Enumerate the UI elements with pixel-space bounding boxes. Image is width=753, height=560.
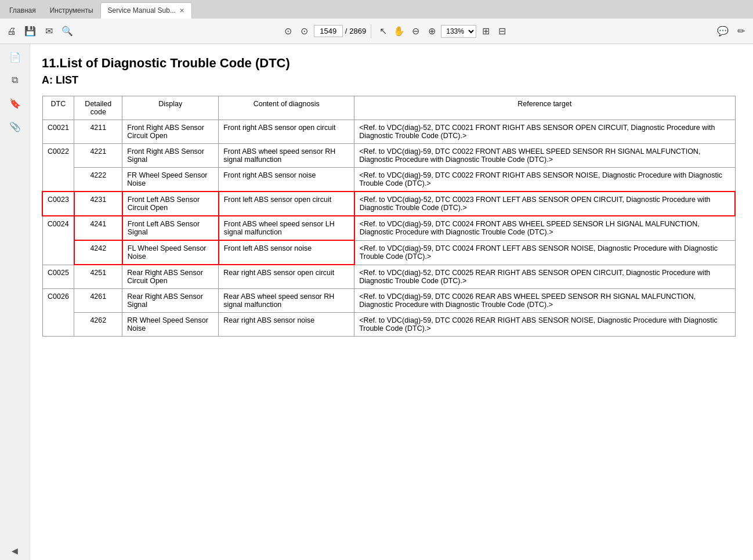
table-row: 4222FR Wheel Speed Sensor NoiseFront rig… — [42, 168, 735, 192]
cell-dtc: C0024 — [42, 216, 74, 265]
cell-reference: <Ref. to VDC(diag)-59, DTC C0022 FRONT R… — [354, 168, 735, 192]
table-row: C00224221Front Right ABS Sensor SignalFr… — [42, 144, 735, 168]
sidebar-document-icon[interactable]: 📄 — [7, 49, 23, 65]
cell-display: Rear Right ABS Sensor Circuit Open — [122, 265, 219, 289]
page-navigation: ⊙ ⊙ / 2869 ↖ ✋ ⊖ ⊕ 50% 75% 100% 125% 133… — [281, 24, 509, 38]
tab-service-manual[interactable]: Service Manual Sub... ✕ — [100, 2, 192, 19]
tab-home-label: Главная — [9, 6, 36, 15]
content-area: 11.List of Diagnostic Trouble Code (DTC)… — [30, 44, 753, 560]
cell-reference: <Ref. to VDC(diag)-59, DTC C0026 REAR AB… — [354, 289, 735, 313]
table-row: C00234231Front Left ABS Sensor Circuit O… — [42, 192, 735, 216]
col-header-detailed-code: Detailed code — [74, 96, 122, 120]
table-row: C00254251Rear Right ABS Sensor Circuit O… — [42, 265, 735, 289]
document-subtitle: A: LIST — [42, 74, 736, 86]
cell-code: 4262 — [74, 313, 122, 337]
cell-reference: <Ref. to VDC(diag)-52, DTC C0021 FRONT R… — [354, 120, 735, 144]
cell-display: Rear Right ABS Sensor Signal — [122, 289, 219, 313]
tab-tools-label: Инструменты — [50, 6, 93, 15]
tab-close-icon[interactable]: ✕ — [179, 7, 184, 15]
cell-display: Front Right ABS Sensor Circuit Open — [122, 120, 219, 144]
table-row: 4242FL Wheel Speed Sensor NoiseFront lef… — [42, 240, 735, 265]
zoom-out-icon[interactable]: ⊖ — [408, 24, 422, 38]
zoom-select[interactable]: 50% 75% 100% 125% 133% 150% 175% 200% — [441, 25, 476, 38]
cell-display: Front Left ABS Sensor Circuit Open — [122, 192, 219, 216]
cell-content: Front right ABS sensor noise — [219, 168, 354, 192]
cell-display: RR Wheel Speed Sensor Noise — [122, 313, 219, 337]
toolbar-right: 💬 ✏ — [716, 24, 748, 38]
browser-tabs: Главная Инструменты Service Manual Sub..… — [0, 0, 753, 19]
comment-icon[interactable]: 💬 — [716, 24, 730, 38]
sidebar-copy-icon[interactable]: ⧉ — [7, 72, 23, 88]
page-total: 2869 — [349, 27, 366, 35]
dtc-table: DTC Detailed code Display Content of dia… — [42, 96, 736, 337]
main-layout: 📄 ⧉ 🔖 📎 ◀ 11.List of Diagnostic Trouble … — [0, 44, 753, 560]
table-row: 4262RR Wheel Speed Sensor NoiseRear righ… — [42, 313, 735, 337]
cell-code: 4261 — [74, 289, 122, 313]
table-row: C00244241Front Left ABS Sensor SignalFro… — [42, 216, 735, 240]
cell-code: 4221 — [74, 144, 122, 168]
table-row: C00214211Front Right ABS Sensor Circuit … — [42, 120, 735, 144]
cell-reference: <Ref. to VDC(diag)-59, DTC C0026 REAR RI… — [354, 313, 735, 337]
cell-display: FL Wheel Speed Sensor Noise — [122, 240, 219, 265]
hand-tool-icon[interactable]: ✋ — [392, 24, 406, 38]
cell-content: Rear right ABS sensor noise — [219, 313, 354, 337]
page-current-input[interactable] — [314, 25, 343, 37]
cell-dtc: C0021 — [42, 120, 74, 144]
cell-content: Front ABS wheel speed sensor LH signal m… — [219, 216, 354, 240]
col-header-reference: Reference target — [354, 96, 735, 120]
cell-dtc: C0025 — [42, 265, 74, 289]
edit-icon[interactable]: ✏ — [734, 24, 748, 38]
cell-content: Rear right ABS sensor open circuit — [219, 265, 354, 289]
cell-dtc: C0026 — [42, 289, 74, 337]
document-title: 11.List of Diagnostic Trouble Code (DTC) — [42, 56, 736, 71]
print-icon[interactable]: 🖨 — [5, 24, 19, 38]
fit-page-icon[interactable]: ⊞ — [479, 24, 493, 38]
cell-dtc: C0023 — [42, 192, 74, 216]
cell-display: Front Right ABS Sensor Signal — [122, 144, 219, 168]
cell-reference: <Ref. to VDC(diag)-59, DTC C0024 FRONT L… — [354, 240, 735, 265]
search-icon[interactable]: 🔍 — [60, 24, 74, 38]
table-header-row: DTC Detailed code Display Content of dia… — [42, 96, 735, 120]
table-row: C00264261Rear Right ABS Sensor SignalRea… — [42, 289, 735, 313]
page-down-icon[interactable]: ⊙ — [298, 24, 312, 38]
cell-content: Front left ABS sensor noise — [219, 240, 354, 265]
cell-reference: <Ref. to VDC(diag)-59, DTC C0024 FRONT A… — [354, 216, 735, 240]
save-icon[interactable]: 💾 — [23, 24, 37, 38]
col-header-display: Display — [122, 96, 219, 120]
cell-code: 4241 — [74, 216, 122, 240]
cell-reference: <Ref. to VDC(diag)-59, DTC C0022 FRONT A… — [354, 144, 735, 168]
cursor-tool-icon[interactable]: ↖ — [376, 24, 390, 38]
cell-code: 4211 — [74, 120, 122, 144]
sidebar-attach-icon[interactable]: 📎 — [7, 118, 23, 135]
tab-tools[interactable]: Инструменты — [43, 2, 100, 19]
sidebar-collapse-icon[interactable]: ◀ — [12, 546, 18, 555]
cell-code: 4222 — [74, 168, 122, 192]
fit-width-icon[interactable]: ⊟ — [495, 24, 509, 38]
col-header-dtc: DTC — [42, 96, 74, 120]
cell-content: Front left ABS sensor open circuit — [219, 192, 354, 216]
page-separator: / — [345, 27, 347, 35]
email-icon[interactable]: ✉ — [42, 24, 56, 38]
page-up-icon[interactable]: ⊙ — [281, 24, 295, 38]
tab-service-manual-label: Service Manual Sub... — [108, 6, 176, 15]
cell-reference: <Ref. to VDC(diag)-52, DTC C0025 REAR RI… — [354, 265, 735, 289]
col-header-content: Content of diagnosis — [219, 96, 354, 120]
cell-reference: <Ref. to VDC(diag)-52, DTC C0023 FRONT L… — [354, 192, 735, 216]
cell-display: FR Wheel Speed Sensor Noise — [122, 168, 219, 192]
cell-code: 4251 — [74, 265, 122, 289]
left-sidebar: 📄 ⧉ 🔖 📎 ◀ — [0, 44, 30, 560]
tab-home[interactable]: Главная — [2, 2, 43, 19]
toolbar: 🖨 💾 ✉ 🔍 ⊙ ⊙ / 2869 ↖ ✋ ⊖ ⊕ 50% 75% 100% … — [0, 19, 753, 44]
cell-content: Front ABS wheel speed sensor RH signal m… — [219, 144, 354, 168]
sidebar-bookmark-icon[interactable]: 🔖 — [7, 95, 23, 111]
cell-code: 4242 — [74, 240, 122, 265]
cell-dtc: C0022 — [42, 144, 74, 192]
cell-content: Front right ABS sensor open circuit — [219, 120, 354, 144]
cell-code: 4231 — [74, 192, 122, 216]
cell-display: Front Left ABS Sensor Signal — [122, 216, 219, 240]
zoom-in-icon[interactable]: ⊕ — [425, 24, 439, 38]
cell-content: Rear ABS wheel speed sensor RH signal ma… — [219, 289, 354, 313]
